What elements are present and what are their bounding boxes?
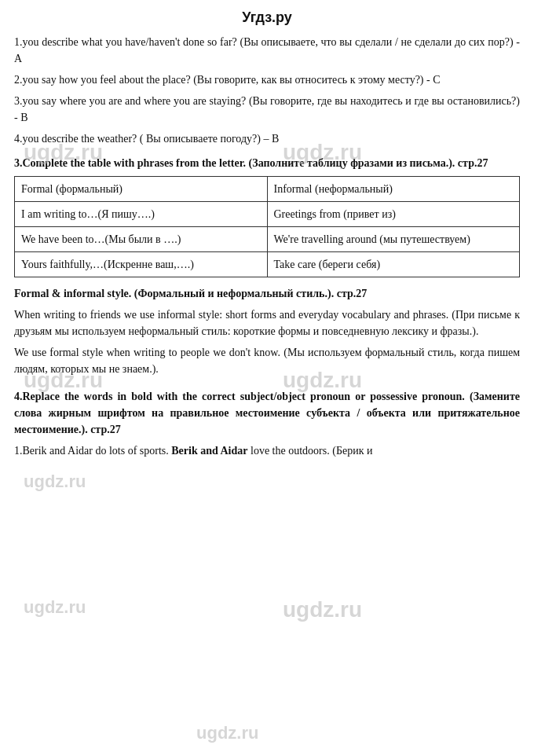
table-row3-col2: Take care (береги себя) xyxy=(267,252,520,277)
section3-heading: 3.Complete the table with phrases from t… xyxy=(14,155,520,171)
paragraph-2: 2.you say how you feel about the place? … xyxy=(14,72,520,88)
site-title: Угдз.ру xyxy=(14,9,520,26)
table-row3-col1: Yours faithfully,…(Искренне ваш,….) xyxy=(15,252,268,277)
table-row2-col1: We have been to…(Мы были в ….) xyxy=(15,227,268,252)
watermark-5: ugdz.ru xyxy=(24,472,86,492)
formal-paragraph-2: We use formal style when writing to peop… xyxy=(14,344,520,377)
table-row-1: I am writing to…(Я пишу….) Greetings fro… xyxy=(15,202,520,227)
paragraph-4: 4.you describe the weather? ( Вы описыва… xyxy=(14,130,520,147)
table-col2-header: Informal (неформальный) xyxy=(267,177,520,202)
table-row1-col2: Greetings from (привет из) xyxy=(267,202,520,227)
section4-paragraph-1: 1.Berik and Aidar do lots of sports. Ber… xyxy=(14,442,520,459)
table-row2-col2: We're travelling around (мы путешествуем… xyxy=(267,227,520,252)
formal-informal-heading: Formal & informal style. (Формальный и н… xyxy=(14,285,520,302)
watermark-8: ugdz.ru xyxy=(196,723,258,743)
paragraph-3: 3.you say where you are and where you ar… xyxy=(14,93,520,126)
formal-paragraph-1: When writing to friends we use informal … xyxy=(14,306,520,339)
table-header-row: Formal (формальный) Informal (неформальн… xyxy=(15,177,520,202)
watermark-6: ugdz.ru xyxy=(24,597,86,618)
page-container: ugdz.ru ugdz.ru ugdz.ru ugdz.ru ugdz.ru … xyxy=(0,0,534,479)
table-row1-col1: I am writing to…(Я пишу….) xyxy=(15,202,268,227)
section4-heading: 4.Replace the words in bold with the cor… xyxy=(14,388,520,438)
table-row-2: We have been to…(Мы были в ….) We're tra… xyxy=(15,227,520,252)
table-row-3: Yours faithfully,…(Искренне ваш,….) Take… xyxy=(15,252,520,277)
watermark-7: ugdz.ru xyxy=(283,597,362,622)
section4-bold-1: Berik and Aidar xyxy=(171,445,247,457)
table-col1-header: Formal (формальный) xyxy=(15,177,268,202)
paragraph-1: 1.you describe what you have/haven't don… xyxy=(14,34,520,67)
phrases-table: Formal (формальный) Informal (неформальн… xyxy=(14,176,520,277)
